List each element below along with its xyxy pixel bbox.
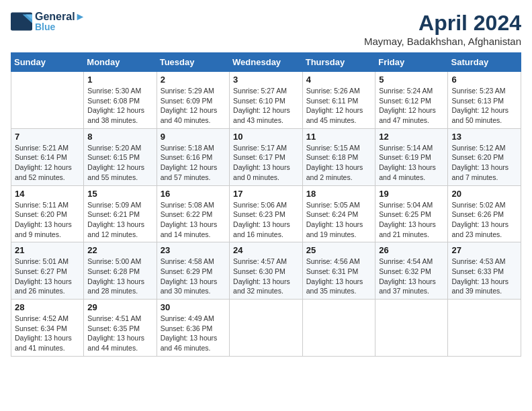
calendar-cell: 12Sunrise: 5:14 AMSunset: 6:19 PMDayligh… bbox=[375, 128, 448, 185]
calendar-cell: 11Sunrise: 5:15 AMSunset: 6:18 PMDayligh… bbox=[302, 128, 375, 185]
day-number: 29 bbox=[87, 302, 152, 312]
calendar-week-row: 14Sunrise: 5:11 AMSunset: 6:20 PMDayligh… bbox=[11, 185, 521, 242]
calendar-cell: 17Sunrise: 5:06 AMSunset: 6:23 PMDayligh… bbox=[230, 185, 303, 242]
day-info: Sunrise: 5:00 AMSunset: 6:28 PMDaylight:… bbox=[87, 257, 152, 296]
day-info: Sunrise: 4:49 AMSunset: 6:36 PMDaylight:… bbox=[161, 314, 226, 353]
day-info: Sunrise: 4:51 AMSunset: 6:35 PMDaylight:… bbox=[87, 314, 152, 353]
weekday-header: Monday bbox=[84, 53, 157, 72]
calendar-cell: 23Sunrise: 4:58 AMSunset: 6:29 PMDayligh… bbox=[157, 242, 229, 300]
day-number: 3 bbox=[233, 75, 299, 85]
calendar-cell: 19Sunrise: 5:04 AMSunset: 6:25 PMDayligh… bbox=[375, 185, 448, 242]
day-info: Sunrise: 5:30 AMSunset: 6:08 PMDaylight:… bbox=[87, 86, 152, 126]
day-number: 22 bbox=[87, 245, 152, 255]
calendar-cell: 28Sunrise: 4:52 AMSunset: 6:34 PMDayligh… bbox=[11, 300, 84, 357]
calendar-cell: 29Sunrise: 4:51 AMSunset: 6:35 PMDayligh… bbox=[84, 300, 157, 357]
day-info: Sunrise: 5:05 AMSunset: 6:24 PMDaylight:… bbox=[306, 200, 371, 240]
calendar-cell: 7Sunrise: 5:21 AMSunset: 6:14 PMDaylight… bbox=[11, 128, 84, 185]
day-number: 6 bbox=[451, 75, 517, 85]
day-info: Sunrise: 5:24 AMSunset: 6:12 PMDaylight:… bbox=[379, 86, 444, 126]
day-info: Sunrise: 4:52 AMSunset: 6:34 PMDaylight:… bbox=[15, 314, 80, 353]
day-number: 1 bbox=[87, 75, 152, 85]
calendar-cell: 15Sunrise: 5:09 AMSunset: 6:21 PMDayligh… bbox=[84, 185, 157, 242]
day-info: Sunrise: 5:26 AMSunset: 6:11 PMDaylight:… bbox=[306, 86, 371, 126]
day-info: Sunrise: 4:54 AMSunset: 6:32 PMDaylight:… bbox=[379, 257, 444, 296]
day-info: Sunrise: 5:15 AMSunset: 6:18 PMDaylight:… bbox=[306, 143, 371, 183]
calendar-cell: 1Sunrise: 5:30 AMSunset: 6:08 PMDaylight… bbox=[84, 72, 157, 129]
page-header: General► Blue April 2024 Maymay, Badakhs… bbox=[11, 11, 521, 47]
calendar-cell: 10Sunrise: 5:17 AMSunset: 6:17 PMDayligh… bbox=[230, 128, 303, 185]
calendar-cell: 25Sunrise: 4:56 AMSunset: 6:31 PMDayligh… bbox=[302, 242, 375, 300]
day-info: Sunrise: 5:01 AMSunset: 6:27 PMDaylight:… bbox=[15, 257, 80, 296]
calendar-cell: 26Sunrise: 4:54 AMSunset: 6:32 PMDayligh… bbox=[375, 242, 448, 300]
month-title: April 2024 bbox=[364, 11, 521, 36]
day-number: 17 bbox=[233, 189, 299, 199]
day-number: 28 bbox=[15, 302, 80, 312]
day-info: Sunrise: 5:20 AMSunset: 6:15 PMDaylight:… bbox=[87, 143, 152, 183]
weekday-header: Wednesday bbox=[230, 53, 303, 72]
calendar-cell: 22Sunrise: 5:00 AMSunset: 6:28 PMDayligh… bbox=[84, 242, 157, 300]
calendar-week-row: 28Sunrise: 4:52 AMSunset: 6:34 PMDayligh… bbox=[11, 300, 521, 357]
calendar-cell bbox=[230, 300, 303, 357]
day-number: 24 bbox=[233, 245, 299, 255]
calendar-cell: 6Sunrise: 5:23 AMSunset: 6:13 PMDaylight… bbox=[448, 72, 521, 129]
day-info: Sunrise: 5:23 AMSunset: 6:13 PMDaylight:… bbox=[451, 86, 517, 126]
calendar-cell: 3Sunrise: 5:27 AMSunset: 6:10 PMDaylight… bbox=[230, 72, 303, 129]
calendar-cell bbox=[448, 300, 521, 357]
day-info: Sunrise: 5:14 AMSunset: 6:19 PMDaylight:… bbox=[379, 143, 444, 183]
calendar-table: SundayMondayTuesdayWednesdayThursdayFrid… bbox=[11, 52, 521, 357]
calendar-cell: 21Sunrise: 5:01 AMSunset: 6:27 PMDayligh… bbox=[11, 242, 84, 300]
calendar-cell: 30Sunrise: 4:49 AMSunset: 6:36 PMDayligh… bbox=[157, 300, 229, 357]
day-number: 9 bbox=[161, 132, 226, 142]
logo-icon bbox=[11, 12, 32, 31]
day-info: Sunrise: 5:12 AMSunset: 6:20 PMDaylight:… bbox=[451, 143, 517, 183]
calendar-cell: 4Sunrise: 5:26 AMSunset: 6:11 PMDaylight… bbox=[302, 72, 375, 129]
day-number: 19 bbox=[379, 189, 444, 199]
day-number: 5 bbox=[379, 75, 444, 85]
day-info: Sunrise: 4:57 AMSunset: 6:30 PMDaylight:… bbox=[233, 257, 299, 296]
day-number: 14 bbox=[15, 189, 80, 199]
day-info: Sunrise: 5:27 AMSunset: 6:10 PMDaylight:… bbox=[233, 86, 299, 126]
weekday-header: Friday bbox=[375, 53, 448, 72]
day-info: Sunrise: 5:18 AMSunset: 6:16 PMDaylight:… bbox=[161, 143, 226, 183]
calendar-cell: 8Sunrise: 5:20 AMSunset: 6:15 PMDaylight… bbox=[84, 128, 157, 185]
calendar-cell: 16Sunrise: 5:08 AMSunset: 6:22 PMDayligh… bbox=[157, 185, 229, 242]
day-info: Sunrise: 5:02 AMSunset: 6:26 PMDaylight:… bbox=[451, 200, 517, 240]
logo-text: General► Blue bbox=[35, 11, 85, 32]
day-number: 10 bbox=[233, 132, 299, 142]
day-number: 13 bbox=[451, 132, 517, 142]
day-number: 26 bbox=[379, 245, 444, 255]
day-info: Sunrise: 5:29 AMSunset: 6:09 PMDaylight:… bbox=[161, 86, 226, 126]
day-info: Sunrise: 5:04 AMSunset: 6:25 PMDaylight:… bbox=[379, 200, 444, 240]
day-number: 11 bbox=[306, 132, 371, 142]
calendar-cell: 18Sunrise: 5:05 AMSunset: 6:24 PMDayligh… bbox=[302, 185, 375, 242]
day-info: Sunrise: 5:11 AMSunset: 6:20 PMDaylight:… bbox=[15, 200, 80, 240]
weekday-header: Sunday bbox=[11, 53, 84, 72]
calendar-cell: 20Sunrise: 5:02 AMSunset: 6:26 PMDayligh… bbox=[448, 185, 521, 242]
day-number: 2 bbox=[161, 75, 226, 85]
day-info: Sunrise: 5:21 AMSunset: 6:14 PMDaylight:… bbox=[15, 143, 80, 183]
day-info: Sunrise: 5:09 AMSunset: 6:21 PMDaylight:… bbox=[87, 200, 152, 240]
day-info: Sunrise: 4:58 AMSunset: 6:29 PMDaylight:… bbox=[161, 257, 226, 296]
day-number: 27 bbox=[451, 245, 517, 255]
location: Maymay, Badakhshan, Afghanistan bbox=[364, 36, 521, 47]
calendar-cell: 27Sunrise: 4:53 AMSunset: 6:33 PMDayligh… bbox=[448, 242, 521, 300]
day-number: 23 bbox=[161, 245, 226, 255]
calendar-cell: 2Sunrise: 5:29 AMSunset: 6:09 PMDaylight… bbox=[157, 72, 229, 129]
calendar-cell: 9Sunrise: 5:18 AMSunset: 6:16 PMDaylight… bbox=[157, 128, 229, 185]
day-number: 7 bbox=[15, 132, 80, 142]
calendar-header-row: SundayMondayTuesdayWednesdayThursdayFrid… bbox=[11, 53, 521, 72]
weekday-header: Saturday bbox=[448, 53, 521, 72]
calendar-cell: 14Sunrise: 5:11 AMSunset: 6:20 PMDayligh… bbox=[11, 185, 84, 242]
day-number: 12 bbox=[379, 132, 444, 142]
day-info: Sunrise: 5:06 AMSunset: 6:23 PMDaylight:… bbox=[233, 200, 299, 240]
day-info: Sunrise: 5:17 AMSunset: 6:17 PMDaylight:… bbox=[233, 143, 299, 183]
weekday-header: Thursday bbox=[302, 53, 375, 72]
day-number: 8 bbox=[87, 132, 152, 142]
day-number: 21 bbox=[15, 245, 80, 255]
day-number: 25 bbox=[306, 245, 371, 255]
calendar-cell bbox=[302, 300, 375, 357]
calendar-week-row: 1Sunrise: 5:30 AMSunset: 6:08 PMDaylight… bbox=[11, 72, 521, 129]
calendar-week-row: 21Sunrise: 5:01 AMSunset: 6:27 PMDayligh… bbox=[11, 242, 521, 300]
calendar-cell: 24Sunrise: 4:57 AMSunset: 6:30 PMDayligh… bbox=[230, 242, 303, 300]
day-number: 20 bbox=[451, 189, 517, 199]
